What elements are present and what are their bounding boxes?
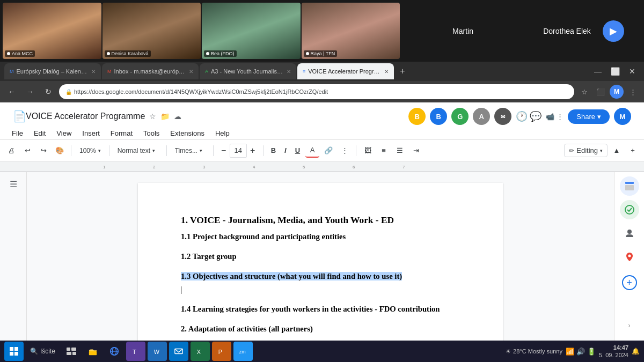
dorothea-info: Dorothea Elek ▶ [523,0,644,62]
svg-text:1: 1 [103,165,106,169]
tab-1[interactable]: M Európsky Dialóg – Kalendár – zár ✕ [4,63,101,79]
print-btn[interactable]: 🖨 [4,144,18,158]
menu-insert[interactable]: Insert [77,127,105,139]
notification-icon[interactable]: 🔔 [632,348,640,355]
scroll-right-btn[interactable]: › [620,316,639,335]
font-size-decrease[interactable]: − [218,144,230,158]
cloud-icon[interactable]: ☁ [174,112,181,121]
font-size-increase[interactable]: + [247,144,259,158]
history-icon[interactable]: 🕐 [516,110,528,122]
indent-btn[interactable]: ⇥ [409,144,423,158]
tab-4[interactable]: ≡ VOICE Accelerator Programme -... ✕ [297,63,394,79]
insert-img-btn[interactable]: 🖼 [361,144,375,158]
menu-edit[interactable]: Edit [28,127,51,139]
align-btn[interactable]: ≡ [377,144,391,158]
close-browser-btn[interactable]: ✕ [625,64,640,79]
bookmark-icon[interactable]: ☆ [577,85,591,99]
browser-icons: ☆ ⬛ M ⋮ [577,85,640,99]
video-call-bar: Ana MCC Denisa Karabová Bea (FDO) Raya |… [0,0,644,62]
more-options-icon[interactable]: ⋮ [626,85,640,99]
user-avatar-2: B [430,108,447,125]
forward-btn[interactable]: → [23,84,38,99]
app-taskbar-word[interactable]: W [148,342,167,361]
svg-text:7: 7 [402,165,405,169]
account-avatar[interactable]: M [614,108,631,125]
restore-btn[interactable]: ⬜ [608,64,623,79]
sep-3 [166,145,167,156]
font-dropdown[interactable]: Times... ▾ [171,143,209,158]
underline-btn[interactable]: U [292,144,303,158]
outline-icon[interactable]: ☰ [6,176,21,191]
zoom-dropdown[interactable]: 100% ▾ [76,143,105,158]
browser-taskbar-btn[interactable] [105,342,124,361]
menu-help[interactable]: Help [210,127,235,139]
task-view-btn[interactable] [62,342,81,361]
docs-logo: 📄 [13,110,26,123]
star-icon[interactable]: ☆ [149,112,156,121]
video-thumb-3[interactable]: Bea (FDO) [202,3,301,59]
video-thumb-2[interactable]: Denisa Karabová [103,3,201,59]
folder-icon[interactable]: 📁 [160,112,170,121]
app-taskbar-powerpoint[interactable]: P [212,342,231,361]
tab-close-4[interactable]: ✕ [384,69,389,75]
app-taskbar-zoom[interactable]: zm [233,342,253,361]
right-icon-person[interactable] [620,224,639,243]
app-taskbar-excel[interactable]: X [191,342,210,361]
font-size-input[interactable] [230,144,247,158]
right-icon-location[interactable] [620,247,639,267]
browser-chrome: M Európsky Dialóg – Kalendár – zár ✕ M I… [0,62,644,102]
svg-text:6: 6 [353,165,355,169]
link-btn[interactable]: 🔗 [321,144,335,158]
more-toolbar-btn[interactable]: + [626,144,640,158]
app-taskbar-teams[interactable]: T [126,342,145,361]
italic-btn[interactable]: I [281,144,290,158]
extension-icon[interactable]: ⬛ [594,85,608,99]
martin-info: Martin [402,0,523,62]
editing-dropdown[interactable]: ✏ Editing ▾ [564,144,608,157]
right-icon-check[interactable] [620,200,639,219]
undo-btn[interactable]: ↩ [20,144,34,158]
apps-icon[interactable]: ⋮ [557,113,564,121]
docs-title-icons: ☆ 📁 ☁ [149,112,181,121]
menu-extensions[interactable]: Extensions [165,127,210,139]
address-bar[interactable]: 🔒 https://docs.google.com/document/d/14N… [59,84,574,99]
meet-icon[interactable]: 📹 [546,113,554,121]
collapse-btn[interactable]: ▲ [610,144,624,158]
menu-view[interactable]: View [51,127,77,139]
menu-format[interactable]: Format [105,127,138,139]
style-dropdown[interactable]: Normal text ▾ [114,143,162,158]
tab-close-1[interactable]: ✕ [91,69,96,75]
back-btn[interactable]: ← [4,84,19,99]
svg-rect-18 [14,352,18,356]
text-color-btn[interactable]: A [305,144,319,158]
menu-file[interactable]: File [6,127,28,139]
share-button[interactable]: Share ▾ [568,109,610,124]
tab-close-3[interactable]: ✕ [287,69,291,75]
tab-close-2[interactable]: ✕ [189,69,193,75]
video-thumb-1[interactable]: Ana MCC [3,3,101,59]
docs-page-area[interactable]: 1. VOICE - Journalism, Media, and Youth … [27,172,614,362]
bold-btn[interactable]: B [268,144,279,158]
video-thumbnails: Ana MCC Denisa Karabová Bea (FDO) Raya |… [0,0,402,62]
redo-btn[interactable]: ↪ [36,144,50,158]
list-btn[interactable]: ☰ [393,144,407,158]
more-btn[interactable]: ⋮ [338,144,352,158]
new-tab-btn[interactable]: + [395,64,410,79]
menu-tools[interactable]: Tools [138,127,165,139]
add-icon[interactable]: + [622,275,637,290]
svg-point-11 [625,205,634,214]
comment-icon[interactable]: 💬 [530,110,541,122]
minimize-btn[interactable]: — [590,64,605,79]
reload-btn[interactable]: ↻ [41,84,56,99]
paint-format-btn[interactable]: 🎨 [53,144,67,158]
tab-2[interactable]: M Inbox - m.maska@európskydial... ✕ [102,63,199,79]
tab-3[interactable]: A A3 - New Youth Journalism Acce... ✕ [200,63,296,79]
start-btn[interactable] [4,342,24,361]
video-thumb-4[interactable]: Raya | TFN [302,3,400,59]
right-icon-layout[interactable] [620,176,639,196]
taskbar-search[interactable]: 🔍 Išcite [26,348,60,355]
app-taskbar-mail[interactable] [169,342,188,361]
user-profile-icon[interactable]: M [610,85,624,99]
explorer-btn[interactable] [83,342,103,361]
call-action-btn[interactable]: ▶ [603,20,624,42]
